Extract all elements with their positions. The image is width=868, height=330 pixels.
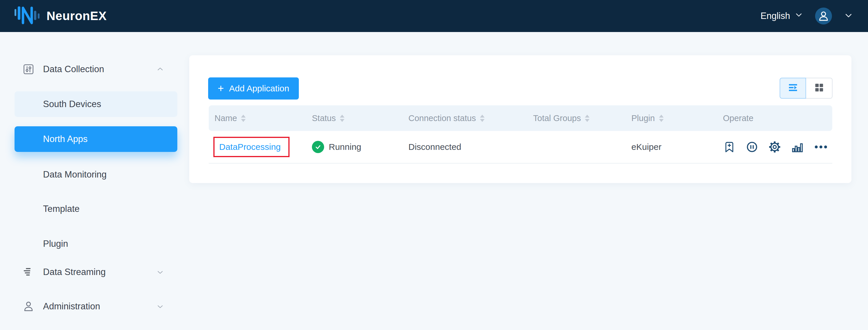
- add-application-label: Add Application: [229, 84, 289, 93]
- connection-status-cell: Disconnected: [403, 142, 527, 152]
- bookmark-add-icon[interactable]: [723, 141, 736, 154]
- sidebar-item-north-apps[interactable]: North Apps: [14, 126, 177, 152]
- annotation-red-rectangle: DataProcessing: [213, 137, 289, 157]
- sliders-icon: [22, 63, 35, 76]
- column-header-total-groups[interactable]: Total Groups: [527, 113, 626, 123]
- application-name-link[interactable]: DataProcessing: [219, 142, 281, 152]
- sidebar-item-label: Data Monitoring: [43, 169, 107, 180]
- chevron-up-icon: [156, 65, 164, 74]
- sidebar-group-label: Data Collection: [43, 64, 156, 75]
- more-ellipsis-icon[interactable]: [814, 141, 828, 154]
- sidebar-item-label: South Devices: [43, 99, 101, 109]
- language-label: English: [761, 11, 790, 21]
- sidebar-group-data-collection[interactable]: Data Collection: [14, 58, 177, 81]
- language-selector[interactable]: English: [761, 11, 803, 21]
- list-view-icon: [787, 81, 799, 95]
- topbar-right: English: [761, 0, 853, 32]
- status-text: Running: [329, 142, 361, 152]
- status-badge: Running: [312, 141, 361, 153]
- view-toggle: [780, 78, 833, 99]
- sidebar-group-data-streaming[interactable]: Data Streaming: [14, 260, 177, 284]
- brand-name: NeuronEX: [46, 9, 107, 23]
- connection-status-text: Disconnected: [408, 142, 461, 152]
- sidebar-group-label: Administration: [43, 301, 156, 312]
- column-label: Operate: [723, 113, 753, 123]
- chevron-down-icon: [156, 302, 164, 311]
- sidebar-navigation: Data Collection South Devices North Apps…: [0, 32, 187, 330]
- gear-icon[interactable]: [768, 141, 781, 154]
- applications-table: Name Status Connection status Total Grou…: [209, 105, 832, 164]
- chevron-down-icon: [156, 268, 164, 276]
- sort-icon[interactable]: [340, 115, 344, 122]
- operate-cell: [717, 141, 832, 154]
- column-label: Status: [312, 113, 336, 123]
- status-cell: Running: [306, 141, 403, 153]
- column-label: Connection status: [408, 113, 476, 123]
- plus-icon: +: [218, 83, 224, 94]
- column-label: Plugin: [631, 113, 655, 123]
- sidebar-group-administration[interactable]: Administration: [14, 295, 177, 318]
- plugin-cell: eKuiper: [626, 142, 717, 152]
- table-header-row: Name Status Connection status Total Grou…: [209, 105, 832, 131]
- sort-icon[interactable]: [585, 115, 590, 122]
- chevron-down-icon: [795, 11, 803, 21]
- sidebar-group-label: Data Streaming: [43, 267, 156, 277]
- column-header-operate: Operate: [717, 113, 832, 123]
- sidebar-item-south-devices[interactable]: South Devices: [14, 91, 177, 117]
- name-cell: DataProcessing: [209, 137, 306, 157]
- sidebar-item-label: North Apps: [43, 134, 88, 144]
- bar-chart-icon[interactable]: [791, 141, 804, 154]
- sidebar-item-data-monitoring[interactable]: Data Monitoring: [14, 162, 177, 187]
- pause-circle-icon[interactable]: [746, 141, 758, 154]
- running-check-icon: [312, 141, 324, 153]
- account-menu-chevron-down-icon[interactable]: [844, 11, 853, 21]
- table-row: DataProcessing Running Disconnected: [209, 131, 832, 164]
- top-navigation-bar: NeuronEX English: [0, 0, 868, 32]
- column-header-connection-status[interactable]: Connection status: [403, 113, 527, 123]
- add-application-button[interactable]: + Add Application: [208, 77, 299, 100]
- stream-lines-icon: [22, 266, 35, 278]
- list-view-button[interactable]: [780, 78, 806, 99]
- sidebar-item-label: Template: [43, 204, 80, 214]
- column-header-plugin[interactable]: Plugin: [626, 113, 717, 123]
- sort-icon[interactable]: [241, 115, 246, 122]
- grid-view-button[interactable]: [806, 78, 833, 99]
- grid-view-icon: [813, 82, 825, 94]
- person-icon: [22, 300, 35, 313]
- column-label: Total Groups: [533, 113, 581, 123]
- sidebar-item-plugin[interactable]: Plugin: [14, 231, 177, 257]
- plugin-text: eKuiper: [631, 142, 661, 152]
- sidebar-item-label: Plugin: [43, 239, 68, 249]
- column-header-status[interactable]: Status: [306, 113, 403, 123]
- column-header-name[interactable]: Name: [209, 113, 306, 123]
- user-avatar-icon[interactable]: [815, 7, 832, 24]
- column-label: Name: [215, 113, 237, 123]
- sort-icon[interactable]: [480, 115, 485, 122]
- sort-icon[interactable]: [659, 115, 664, 122]
- north-apps-content-card: + Add Application: [189, 55, 851, 183]
- brand: NeuronEX: [14, 4, 107, 28]
- sidebar-item-template[interactable]: Template: [14, 196, 177, 222]
- neuronex-logo-icon: [14, 4, 41, 28]
